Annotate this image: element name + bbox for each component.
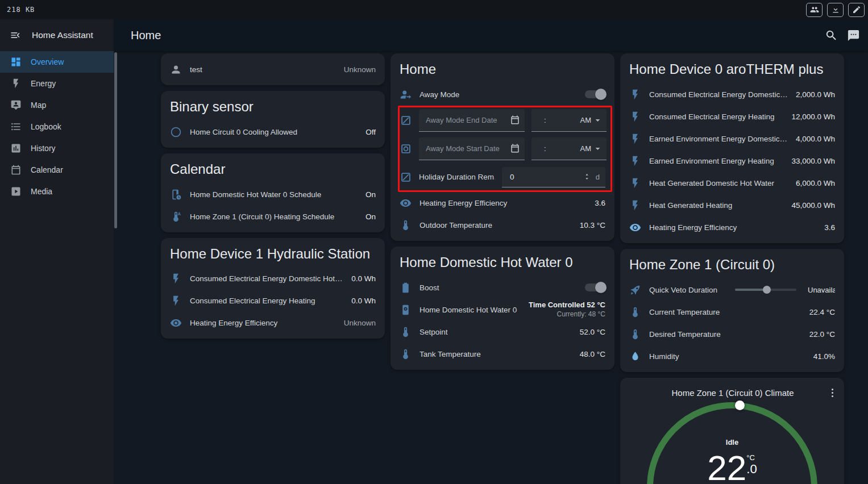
climate-card-title: Home Zone 1 (Circuit 0) Climate bbox=[641, 388, 825, 398]
entity-name: Consumed Electrical Energy Heating bbox=[190, 297, 343, 305]
scrollbar-thumb[interactable] bbox=[114, 52, 117, 228]
entity-row[interactable]: Earned Environment Energy Domestic Hot W… bbox=[620, 128, 844, 150]
quick-veto-row[interactable]: Quick Veto Duration Unavailal bbox=[620, 279, 844, 301]
away-mode-row[interactable]: Away Mode bbox=[391, 84, 614, 106]
stepper-icon[interactable] bbox=[583, 172, 591, 182]
dashboard-icon bbox=[10, 56, 22, 68]
entity-name: Heat Generated Domestic Hot Water bbox=[649, 179, 788, 187]
entity-row[interactable]: Tank Temperature 48.0 °C bbox=[391, 343, 614, 365]
sidebar-item-calendar[interactable]: Calendar bbox=[0, 159, 114, 181]
search-icon[interactable] bbox=[825, 29, 838, 42]
binary-sensor-card: Binary sensor Home Circuit 0 Cooling All… bbox=[161, 91, 385, 148]
entity-value: 3.6 bbox=[824, 223, 835, 232]
dial-handle[interactable] bbox=[735, 400, 745, 410]
download-button[interactable] bbox=[827, 3, 844, 17]
climate-card-header: Home Zone 1 (Circuit 0) Climate bbox=[620, 381, 844, 399]
entity-row[interactable]: Desired Temperature 22.0 °C bbox=[620, 323, 844, 345]
users-button[interactable] bbox=[806, 3, 823, 17]
entity-name: Outdoor Temperature bbox=[420, 221, 572, 230]
topbar-actions bbox=[806, 3, 865, 17]
more-options-icon[interactable] bbox=[827, 387, 838, 399]
scrollbar[interactable] bbox=[114, 51, 118, 484]
thermometer-icon bbox=[629, 328, 641, 340]
entity-row[interactable]: Heating Energy Efficiency 3.6 bbox=[391, 192, 614, 214]
sidebar-item-media[interactable]: Media bbox=[0, 181, 114, 202]
water-heater-row[interactable]: Home Domestic Hot Water 0 Time Controlle… bbox=[391, 299, 614, 321]
away-mode-toggle[interactable] bbox=[585, 90, 605, 98]
entity-name: Home Circuit 0 Cooling Allowed bbox=[190, 128, 358, 136]
entity-name: Home Zone 1 (Circuit 0) Heating Schedule bbox=[190, 212, 358, 221]
card-title: Calendar bbox=[161, 157, 385, 183]
slider-knob[interactable] bbox=[763, 286, 771, 294]
entity-value: On bbox=[366, 212, 376, 221]
entity-row[interactable]: Current Temperature 22.4 °C bbox=[620, 301, 844, 323]
app-title: Home Assistant bbox=[32, 30, 93, 40]
card-title: Binary sensor bbox=[161, 94, 385, 121]
entity-row[interactable]: Heating Energy Efficiency 3.6 bbox=[620, 216, 844, 239]
card-title: Home Device 0 aroTHERM plus bbox=[620, 57, 844, 84]
entity-row[interactable]: Consumed Electrical Energy Domestic Hot … bbox=[620, 84, 844, 106]
entity-value: 33,000.0 Wh bbox=[791, 157, 835, 165]
page-title: Home bbox=[131, 29, 161, 42]
thermostat-dial[interactable]: Idle 22 °C .0 bbox=[647, 402, 817, 484]
boost-row[interactable]: Boost bbox=[391, 277, 614, 299]
slider-fill bbox=[735, 289, 767, 291]
sidebar: Overview Energy Map Logbook History Cale… bbox=[0, 51, 114, 484]
entity-name: Heating Energy Efficiency bbox=[420, 199, 587, 207]
assist-icon[interactable] bbox=[847, 29, 860, 42]
entity-row[interactable]: Setpoint 52.0 °C bbox=[391, 321, 614, 343]
away-mode-end-date-input[interactable]: Away Mode End Date bbox=[419, 109, 525, 132]
sidebar-item-history[interactable]: History bbox=[0, 137, 114, 159]
entity-row-dhw-schedule[interactable]: Home Domestic Hot Water 0 Schedule On bbox=[161, 183, 385, 206]
entity-row-cooling-allowed[interactable]: Home Circuit 0 Cooling Allowed Off bbox=[161, 121, 385, 143]
entity-row[interactable]: Consumed Electrical Energy Heating 12,00… bbox=[620, 106, 844, 128]
entity-row[interactable]: Heat Generated Heating 45,000.0 Wh bbox=[620, 194, 844, 216]
edit-button[interactable] bbox=[848, 3, 865, 17]
entity-name: Heat Generated Heating bbox=[649, 201, 783, 210]
calendar-picker-icon[interactable] bbox=[510, 115, 520, 125]
dhw-card: Home Domestic Hot Water 0 Boost Home Dom… bbox=[391, 247, 614, 370]
file-size-label: 218 KB bbox=[7, 6, 35, 14]
climate-card: Home Zone 1 (Circuit 0) Climate Idle 22 … bbox=[620, 378, 844, 484]
calendar-picker-icon[interactable] bbox=[510, 143, 520, 153]
sidebar-item-overview[interactable]: Overview bbox=[0, 51, 114, 73]
entity-row-test[interactable]: test Unknown bbox=[161, 59, 385, 81]
home-card: Home Away Mode Away Mode End Date bbox=[391, 53, 614, 241]
entity-row[interactable]: Heating Energy Efficiency Unknown bbox=[161, 312, 385, 334]
holiday-duration-input[interactable]: 0 d bbox=[502, 167, 605, 187]
entity-row-heating-schedule[interactable]: Home Zone 1 (Circuit 0) Heating Schedule… bbox=[161, 206, 385, 228]
menu-toggle-button[interactable] bbox=[6, 26, 25, 45]
entity-row[interactable]: Humidity 41.0% bbox=[620, 345, 844, 368]
entity-row[interactable]: Consumed Electrical Energy Domestic Hot … bbox=[161, 268, 385, 290]
entity-row[interactable]: Heat Generated Domestic Hot Water 6,000.… bbox=[620, 172, 844, 194]
quick-veto-slider[interactable] bbox=[735, 284, 796, 295]
sidebar-item-map[interactable]: Map bbox=[0, 94, 114, 116]
away-mode-start-time-select[interactable]: : AM bbox=[531, 137, 607, 160]
sidebar-item-logbook[interactable]: Logbook bbox=[0, 116, 114, 137]
chevron-down-icon bbox=[592, 143, 603, 154]
thermometer-icon bbox=[400, 219, 412, 231]
time-colon: : bbox=[544, 144, 546, 153]
entity-value: Unknown bbox=[344, 319, 376, 327]
sidebar-item-energy[interactable]: Energy bbox=[0, 73, 114, 94]
entity-row[interactable]: Outdoor Temperature 10.3 °C bbox=[391, 214, 614, 236]
chart-box-icon bbox=[10, 143, 22, 154]
eye-icon bbox=[629, 222, 641, 233]
boost-toggle[interactable] bbox=[585, 283, 605, 291]
sidebar-item-label: Map bbox=[31, 101, 46, 110]
toggle-knob bbox=[595, 282, 607, 293]
hydraulic-station-card: Home Device 1 Hydraulic Station Consumed… bbox=[161, 238, 385, 339]
entity-name: Desired Temperature bbox=[649, 330, 801, 339]
sidebar-item-label: Logbook bbox=[31, 122, 61, 131]
entity-name: Home Domestic Hot Water 0 bbox=[420, 306, 521, 314]
users-icon bbox=[810, 5, 819, 14]
away-mode-start-date-input[interactable]: Away Mode Start Date bbox=[419, 137, 525, 160]
entity-name: Consumed Electrical Energy Heating bbox=[649, 112, 783, 121]
entity-value: 22.4 °C bbox=[809, 308, 835, 316]
entity-row[interactable]: Earned Environment Energy Heating 33,000… bbox=[620, 150, 844, 172]
person-card: test Unknown bbox=[161, 53, 385, 85]
entity-row[interactable]: Consumed Electrical Energy Heating 0.0 W… bbox=[161, 290, 385, 312]
away-mode-end-time-select[interactable]: : AM bbox=[531, 109, 607, 132]
entity-name: Home Domestic Hot Water 0 Schedule bbox=[190, 190, 358, 199]
state-secondary: Currently: 48 °C bbox=[557, 310, 606, 319]
